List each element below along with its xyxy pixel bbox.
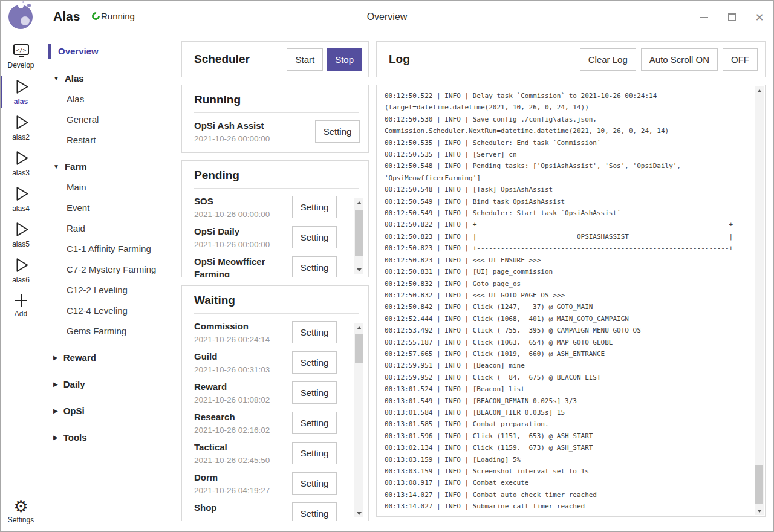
log-line: 00:12:50.535 | INFO | [Server] cn bbox=[385, 149, 747, 160]
nav-item[interactable]: ▶ Reward bbox=[42, 347, 174, 368]
task-time: 2021-10-26 00:00:00 bbox=[194, 132, 315, 146]
nav-item[interactable]: Raid bbox=[42, 218, 174, 238]
task-setting-button[interactable]: Setting bbox=[292, 502, 337, 521]
autoscroll-off-button[interactable]: OFF bbox=[723, 48, 758, 71]
sidebar-item-develop[interactable]: </> Develop bbox=[0, 39, 42, 74]
nav-item[interactable]: Restart bbox=[42, 129, 174, 150]
sidebar-profile[interactable]: alas6 bbox=[0, 252, 42, 288]
task-setting-button[interactable]: Setting bbox=[315, 120, 360, 143]
task-row: OpSi Ash Assist 2021-10-26 00:00:00 Sett… bbox=[194, 118, 360, 149]
task-setting-button[interactable]: Setting bbox=[292, 321, 337, 343]
task-time: 2021-10-26 00:00:00 bbox=[194, 238, 292, 251]
sidebar-profile[interactable]: alas bbox=[0, 74, 42, 109]
page-title: Overview bbox=[0, 11, 774, 22]
scroll-up-icon[interactable] bbox=[354, 323, 363, 332]
task-setting-button[interactable]: Setting bbox=[292, 472, 337, 495]
log-line: 00:12:50.548 | INFO | [Task] OpsiAshAssi… bbox=[385, 184, 747, 195]
scroll-down-icon[interactable] bbox=[354, 509, 363, 517]
nav-item-label: Alas bbox=[67, 94, 84, 104]
nav-item[interactable]: C12-2 Leveling bbox=[42, 279, 174, 300]
scrollbar-thumb[interactable] bbox=[355, 334, 363, 363]
nav-arrow-icon: ▶ bbox=[53, 407, 58, 414]
waiting-title: Waiting bbox=[194, 294, 359, 314]
stop-button[interactable]: Stop bbox=[327, 48, 362, 71]
nav-item-label: Daily bbox=[63, 379, 85, 389]
nav-item[interactable]: Main bbox=[42, 177, 174, 197]
task-setting-button[interactable]: Setting bbox=[292, 351, 337, 374]
log-line: 00:13:01.584 | INFO | [BEACON_TIER 0.035… bbox=[385, 407, 747, 418]
autoscroll-on-button[interactable]: Auto Scroll ON bbox=[641, 48, 718, 71]
scrollbar-thumb[interactable] bbox=[355, 210, 363, 256]
nav-item-label: C7-2 Mystery Farming bbox=[67, 264, 156, 274]
log-line: 00:13:03.159 | INFO | Screenshot interva… bbox=[385, 465, 747, 477]
waiting-scrollbar[interactable] bbox=[354, 323, 363, 517]
scrollbar-thumb[interactable] bbox=[755, 465, 763, 504]
log-line: 00:12:50.832 | INFO | <<< UI GOTO PAGE_O… bbox=[385, 290, 747, 301]
log-line: 00:12:59.952 | INFO | Click ( 84, 675) @… bbox=[385, 372, 747, 383]
task-row: Reward 2021-10-26 01:08:02 Setting bbox=[194, 380, 337, 410]
nav-item[interactable]: C1-1 Affinity Farming bbox=[42, 238, 174, 259]
play-icon bbox=[12, 113, 30, 132]
task-time: 2021-10-26 02:16:02 bbox=[194, 423, 292, 437]
sidebar-profile[interactable]: alas2 bbox=[0, 109, 42, 145]
nav-item[interactable]: General bbox=[42, 109, 174, 129]
nav-item[interactable]: C12-4 Leveling bbox=[42, 300, 174, 320]
log-line: 00:12:50.822 | INFO | +-----------------… bbox=[385, 219, 747, 230]
pending-scrollbar[interactable] bbox=[354, 198, 363, 274]
task-setting-button[interactable]: Setting bbox=[292, 226, 337, 248]
log-line: 00:13:01.585 | INFO | Combat preparation… bbox=[385, 418, 747, 430]
scroll-down-icon[interactable] bbox=[755, 507, 764, 515]
sidebar-profile[interactable]: alas3 bbox=[0, 145, 42, 181]
task-setting-button[interactable]: Setting bbox=[292, 442, 337, 464]
scroll-down-icon[interactable] bbox=[354, 265, 363, 274]
log-scrollbar[interactable] bbox=[755, 86, 764, 515]
sidebar-profile[interactable]: alas4 bbox=[0, 181, 42, 216]
log-line: 'OpsiMeowfficerFarming'] bbox=[385, 172, 747, 184]
pending-panel: Pending SOS 2021-10-26 00:00:00 Setting … bbox=[181, 160, 369, 277]
nav-item[interactable]: ▼ Alas bbox=[42, 68, 174, 88]
task-setting-button[interactable]: Setting bbox=[292, 381, 337, 404]
clear-log-button[interactable]: Clear Log bbox=[580, 48, 636, 71]
task-name: OpSi Meowfficer Farming bbox=[194, 255, 292, 277]
nav-arrow-icon: ▶ bbox=[53, 354, 58, 361]
nav-item[interactable]: ▼ Farm bbox=[42, 156, 174, 177]
sidebar-item-add[interactable]: Add bbox=[0, 288, 42, 323]
close-button[interactable]: ✕ bbox=[755, 13, 764, 22]
sidebar-item-settings[interactable]: ⚙ Settings bbox=[0, 490, 42, 532]
start-button[interactable]: Start bbox=[287, 48, 323, 71]
log-line: 00:12:50.530 | INFO | Save config ./conf… bbox=[385, 114, 747, 125]
nav-item-label: Gems Farming bbox=[67, 326, 126, 336]
nav-item[interactable]: ▶ Tools bbox=[42, 427, 174, 447]
task-setting-button[interactable]: Setting bbox=[292, 256, 337, 277]
minimize-button[interactable] bbox=[699, 13, 709, 22]
nav-item[interactable]: Gems Farming bbox=[42, 320, 174, 341]
nav-item-overview[interactable]: Overview bbox=[42, 44, 174, 59]
task-row: Shop Setting bbox=[194, 501, 337, 521]
sidebar-profile-label: alas bbox=[14, 97, 28, 106]
task-row: Commission 2021-10-26 00:24:14 Setting bbox=[194, 319, 337, 349]
close-icon: ✕ bbox=[755, 12, 764, 23]
nav-arrow-icon: ▼ bbox=[53, 163, 59, 170]
log-panel[interactable]: 00:12:50.522 | INFO | Delay task `Commis… bbox=[376, 85, 766, 517]
task-setting-button[interactable]: Setting bbox=[292, 412, 337, 434]
log-line: 00:12:50.823 | INFO | +-----------------… bbox=[385, 242, 747, 254]
nav-item[interactable]: Event bbox=[42, 197, 174, 218]
scroll-up-icon[interactable] bbox=[354, 198, 363, 207]
waiting-task-list: Commission 2021-10-26 00:24:14 Setting G… bbox=[194, 319, 360, 521]
task-time: 2021-10-26 02:45:50 bbox=[194, 453, 292, 467]
task-info: OpSi Meowfficer Farming bbox=[194, 255, 292, 277]
nav-item-label: Restart bbox=[67, 135, 96, 145]
svg-text:</>: </> bbox=[16, 47, 26, 53]
sidebar-profile[interactable]: alas5 bbox=[0, 216, 42, 252]
scheduler-panel: Scheduler Start Stop bbox=[181, 41, 369, 77]
task-setting-button[interactable]: Setting bbox=[292, 196, 337, 218]
maximize-button[interactable] bbox=[727, 13, 737, 22]
nav-item[interactable]: ▶ OpSi bbox=[42, 400, 174, 421]
nav-arrow-icon: ▶ bbox=[53, 434, 58, 441]
nav-item-label: Farm bbox=[65, 161, 87, 172]
scroll-up-icon[interactable] bbox=[755, 86, 764, 95]
nav-item[interactable]: ▶ Daily bbox=[42, 374, 174, 394]
sidebar-profile-label: alas4 bbox=[12, 204, 30, 213]
nav-item[interactable]: C7-2 Mystery Farming bbox=[42, 259, 174, 279]
nav-item[interactable]: Alas bbox=[42, 88, 174, 109]
